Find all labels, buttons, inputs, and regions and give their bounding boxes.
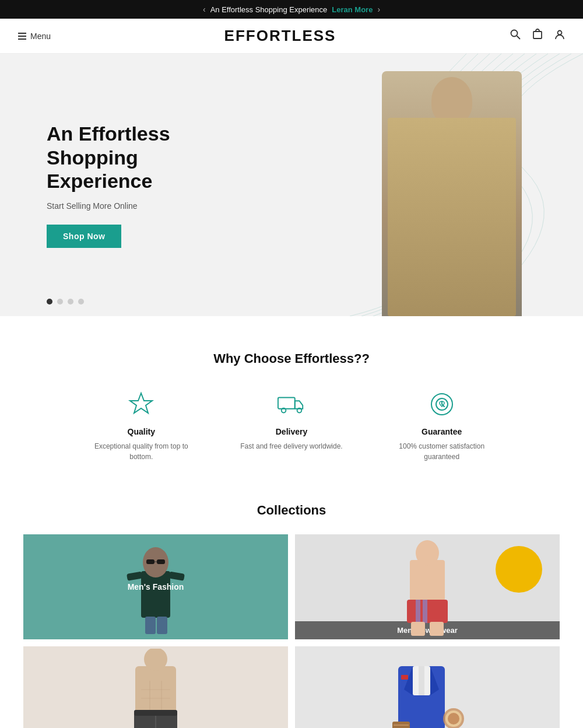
svg-rect-8 (278, 397, 295, 408)
swimwear-yellow-circle (496, 546, 542, 593)
hero-headline: An Effortless Shopping Experience (47, 122, 198, 193)
svg-rect-24 (416, 600, 420, 623)
svg-rect-5 (533, 32, 542, 38)
mens-underwear-figure (118, 649, 194, 728)
prev-arrow-icon[interactable]: ‹ (203, 5, 206, 14)
svg-rect-43 (401, 675, 408, 680)
next-arrow-icon[interactable]: › (377, 5, 380, 14)
why-choose-title: Why Choose Effortless?? (23, 351, 560, 366)
hero-person-figure (367, 60, 536, 316)
header-icons (510, 29, 566, 43)
svg-rect-32 (134, 710, 177, 716)
svg-rect-25 (423, 600, 427, 623)
svg-rect-50 (394, 724, 409, 726)
quality-desc: Exceptional quality from top to bottom. (89, 441, 194, 462)
dot-4[interactable] (78, 299, 84, 304)
feature-quality: Quality Exceptional quality from top to … (89, 390, 194, 462)
guarantee-icon (427, 390, 456, 419)
mens-underwear-bg (23, 646, 288, 728)
delivery-icon (277, 390, 306, 419)
top-bar: ‹ An Effortless Shopping Experience Lera… (0, 0, 583, 19)
logo[interactable]: EFFORTLESS (224, 27, 336, 45)
dot-2[interactable] (57, 299, 63, 304)
shop-now-button[interactable]: Shop Now (47, 225, 121, 248)
feature-delivery: Delivery Fast and free delivery worldwid… (240, 390, 342, 462)
header: Menu EFFORTLESS (0, 19, 583, 54)
features-list: Quality Exceptional quality from top to … (23, 390, 560, 462)
svg-rect-22 (410, 560, 445, 601)
hero-section: An Effortless Shopping Experience Start … (0, 54, 583, 316)
svg-line-4 (517, 36, 521, 40)
top-bar-message: An Effortless Shopping Experience (210, 5, 328, 14)
svg-rect-40 (419, 666, 424, 695)
feature-guarantee: Guarantee 100% customer satisfaction gua… (389, 390, 494, 462)
svg-marker-7 (130, 393, 152, 413)
user-icon[interactable] (554, 29, 566, 43)
svg-rect-19 (157, 617, 167, 634)
guarantee-desc: 100% customer satisfaction guaranteed (389, 441, 494, 462)
svg-rect-15 (146, 559, 154, 564)
mens-accessories-figure (369, 649, 486, 728)
svg-point-46 (448, 713, 459, 724)
hero-right (233, 54, 583, 316)
svg-point-6 (558, 31, 562, 35)
guarantee-title: Guarantee (422, 427, 462, 436)
svg-rect-18 (145, 617, 156, 634)
learn-more-link[interactable]: Leran More (332, 5, 373, 14)
collections-grid: Men's Fashion Me (23, 534, 560, 728)
collection-mens-accessories[interactable]: Men's Accessories (295, 646, 560, 728)
cart-icon[interactable] (532, 29, 543, 43)
hero-dots (47, 299, 84, 304)
collections-section: Collections (0, 491, 583, 728)
delivery-desc: Fast and free delivery worldwide. (240, 441, 342, 452)
menu-label: Menu (30, 32, 51, 41)
hamburger-icon (17, 32, 27, 41)
mens-fashion-label: Men's Fashion (23, 578, 288, 596)
svg-point-28 (416, 540, 439, 566)
svg-rect-26 (411, 622, 425, 636)
delivery-title: Delivery (276, 427, 307, 436)
collections-title: Collections (23, 503, 560, 518)
collection-mens-fashion[interactable]: Men's Fashion (23, 534, 288, 639)
hero-content: An Effortless Shopping Experience Start … (0, 87, 245, 283)
svg-rect-27 (430, 622, 444, 636)
dot-1[interactable] (47, 299, 52, 304)
search-icon[interactable] (510, 29, 521, 43)
dot-3[interactable] (68, 299, 73, 304)
collection-mens-underwear[interactable]: Men's Underwear (23, 646, 288, 728)
mens-accessories-bg (295, 646, 560, 728)
quality-title: Quality (128, 427, 155, 436)
quality-icon (127, 390, 156, 419)
svg-point-3 (511, 30, 518, 37)
why-choose-section: Why Choose Effortless?? Quality Exceptio… (0, 316, 583, 491)
menu-button[interactable]: Menu (17, 32, 51, 41)
svg-rect-16 (157, 559, 165, 564)
mens-swimwear-figure (387, 537, 468, 637)
collection-mens-swimwear[interactable]: Men's Swimwear (295, 534, 560, 639)
hero-subtext: Start Selling More Online (47, 201, 198, 211)
